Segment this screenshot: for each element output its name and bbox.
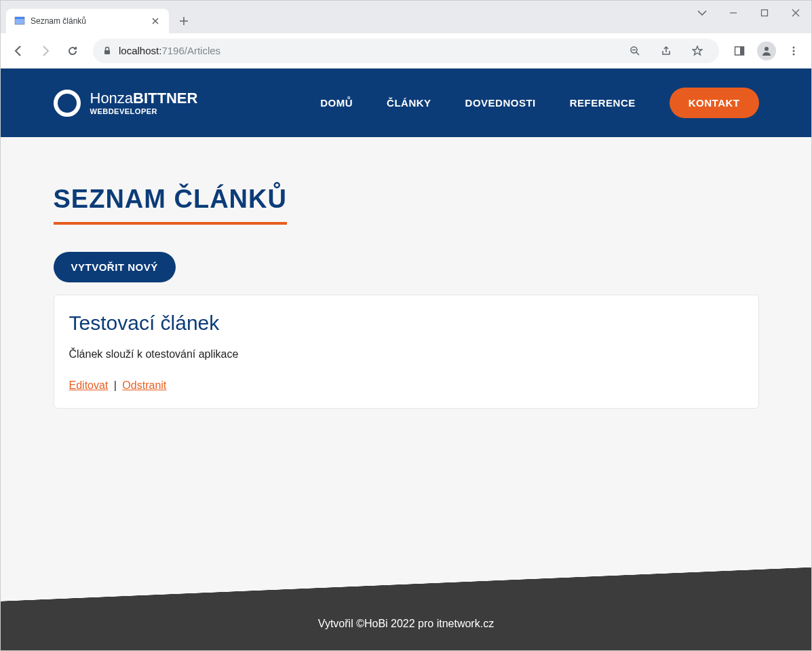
- browser-titlebar: Seznam článků: [1, 1, 811, 33]
- forward-button[interactable]: [33, 39, 58, 63]
- window-close-button[interactable]: [780, 1, 811, 25]
- article-card: Testovací článek Článek slouží k otestov…: [54, 295, 759, 409]
- footer-text: Vytvořil ©HoBi 2022 pro itnetwork.cz: [318, 618, 494, 629]
- main-content: SEZNAM ČLÁNKŮ VYTVOŘIT NOVÝ Testovací čl…: [33, 137, 779, 568]
- site-footer: Vytvořil ©HoBi 2022 pro itnetwork.cz: [1, 568, 811, 650]
- main-nav: DOMŮ ČLÁNKY DOVEDNOSTI REFERENCE KONTAKT: [320, 88, 758, 118]
- logo-name: HonzaBITTNER: [90, 91, 198, 106]
- lock-icon: [102, 46, 112, 56]
- browser-window: Seznam článků: [0, 0, 812, 651]
- article-title[interactable]: Testovací článek: [69, 312, 743, 335]
- window-controls: [687, 1, 811, 25]
- share-icon[interactable]: [654, 39, 678, 63]
- svg-point-10: [793, 53, 795, 55]
- logo-circle-icon: [54, 90, 81, 117]
- window-minimize-button[interactable]: [718, 1, 749, 25]
- address-bar[interactable]: localhost:7196/Articles: [93, 39, 719, 63]
- side-panel-icon[interactable]: [727, 39, 752, 63]
- edit-link[interactable]: Editovat: [69, 379, 109, 391]
- tab-title: Seznam článků: [31, 16, 144, 26]
- tab-close-icon[interactable]: [150, 16, 161, 26]
- new-tab-button[interactable]: [174, 12, 193, 31]
- svg-point-7: [765, 47, 769, 51]
- nav-contact-button[interactable]: KONTAKT: [670, 88, 759, 118]
- logo-subtitle: WEBDEVELOPER: [90, 107, 198, 115]
- svg-point-9: [793, 50, 795, 52]
- page-title: SEZNAM ČLÁNKŮ: [54, 185, 287, 225]
- tab-favicon-icon: [14, 16, 25, 26]
- action-separator: |: [111, 379, 119, 391]
- nav-references[interactable]: REFERENCE: [570, 97, 636, 109]
- window-maximize-button[interactable]: [749, 1, 780, 25]
- browser-toolbar: localhost:7196/Articles: [1, 33, 811, 69]
- svg-rect-6: [740, 47, 744, 55]
- star-icon[interactable]: [685, 39, 710, 63]
- browser-tab[interactable]: Seznam článků: [6, 9, 169, 33]
- site-logo[interactable]: HonzaBITTNER WEBDEVELOPER: [54, 90, 198, 117]
- menu-icon[interactable]: [781, 39, 806, 63]
- reload-button[interactable]: [60, 39, 85, 63]
- create-new-button[interactable]: VYTVOŘIT NOVÝ: [54, 252, 176, 282]
- url-text: localhost:7196/Articles: [119, 45, 616, 56]
- page-content: HonzaBITTNER WEBDEVELOPER DOMŮ ČLÁNKY DO…: [1, 69, 811, 650]
- svg-point-8: [793, 46, 795, 48]
- nav-articles[interactable]: ČLÁNKY: [387, 97, 431, 109]
- profile-avatar[interactable]: [754, 39, 779, 63]
- site-header: HonzaBITTNER WEBDEVELOPER DOMŮ ČLÁNKY DO…: [1, 69, 811, 137]
- svg-rect-3: [104, 50, 110, 54]
- article-actions: Editovat | Odstranit: [69, 379, 743, 392]
- back-button[interactable]: [6, 39, 31, 63]
- tabs-dropdown-icon[interactable]: [687, 1, 718, 25]
- zoom-icon[interactable]: [623, 39, 647, 63]
- svg-rect-2: [762, 10, 768, 16]
- delete-link[interactable]: Odstranit: [122, 379, 166, 391]
- nav-home[interactable]: DOMŮ: [320, 97, 353, 109]
- svg-rect-1: [15, 17, 24, 19]
- footer-diagonal-decoration: [1, 568, 811, 601]
- article-description: Článek slouží k otestování aplikace: [69, 348, 743, 360]
- nav-skills[interactable]: DOVEDNOSTI: [465, 97, 536, 109]
